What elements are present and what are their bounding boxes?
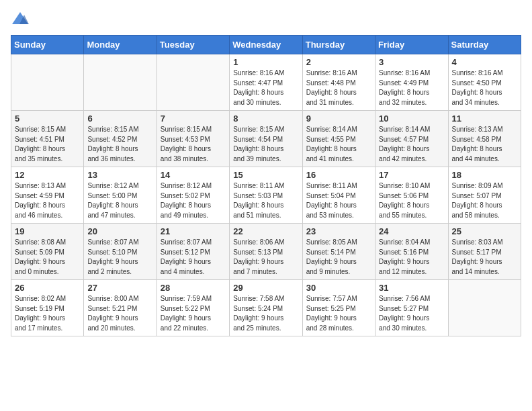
day-info: Sunrise: 8:16 AM Sunset: 4:47 PM Dayligh… <box>233 68 298 107</box>
day-info: Sunrise: 8:09 AM Sunset: 5:07 PM Dayligh… <box>452 181 517 220</box>
day-info: Sunrise: 8:04 AM Sunset: 5:16 PM Dayligh… <box>379 238 444 277</box>
day-number: 13 <box>87 170 152 180</box>
day-info: Sunrise: 8:13 AM Sunset: 4:58 PM Dayligh… <box>452 125 517 164</box>
weekday-header-tuesday: Tuesday <box>157 36 229 54</box>
day-number: 12 <box>15 170 80 180</box>
day-number: 3 <box>379 57 444 67</box>
day-info: Sunrise: 7:59 AM Sunset: 5:22 PM Dayligh… <box>161 294 226 333</box>
calendar-cell: 29Sunrise: 7:58 AM Sunset: 5:24 PM Dayli… <box>230 280 302 336</box>
logo <box>11 11 32 27</box>
calendar-cell: 19Sunrise: 8:08 AM Sunset: 5:09 PM Dayli… <box>11 224 84 280</box>
calendar-cell: 24Sunrise: 8:04 AM Sunset: 5:16 PM Dayli… <box>375 224 448 280</box>
logo-icon <box>11 11 30 27</box>
day-info: Sunrise: 8:14 AM Sunset: 4:57 PM Dayligh… <box>379 125 444 164</box>
day-info: Sunrise: 8:11 AM Sunset: 5:04 PM Dayligh… <box>306 181 371 220</box>
calendar-cell <box>11 54 84 111</box>
day-number: 7 <box>161 113 226 124</box>
day-info: Sunrise: 8:14 AM Sunset: 4:55 PM Dayligh… <box>306 125 371 164</box>
calendar-week-5: 26Sunrise: 8:02 AM Sunset: 5:19 PM Dayli… <box>11 280 521 336</box>
calendar-cell: 11Sunrise: 8:13 AM Sunset: 4:58 PM Dayli… <box>448 111 521 167</box>
weekday-header-row: SundayMondayTuesdayWednesdayThursdayFrid… <box>11 36 521 54</box>
day-info: Sunrise: 8:15 AM Sunset: 4:52 PM Dayligh… <box>87 125 152 164</box>
day-info: Sunrise: 7:57 AM Sunset: 5:25 PM Dayligh… <box>306 294 371 333</box>
day-number: 28 <box>161 283 226 293</box>
day-number: 21 <box>161 226 226 236</box>
day-number: 2 <box>306 57 371 67</box>
calendar-cell: 27Sunrise: 8:00 AM Sunset: 5:21 PM Dayli… <box>84 280 157 336</box>
day-number: 24 <box>379 226 444 236</box>
day-info: Sunrise: 8:12 AM Sunset: 5:02 PM Dayligh… <box>161 181 226 220</box>
day-number: 4 <box>452 57 517 67</box>
calendar-cell <box>448 280 521 336</box>
day-info: Sunrise: 8:15 AM Sunset: 4:53 PM Dayligh… <box>161 125 226 164</box>
day-number: 23 <box>306 226 371 236</box>
day-number: 18 <box>452 170 517 180</box>
calendar-cell: 7Sunrise: 8:15 AM Sunset: 4:53 PM Daylig… <box>157 111 229 167</box>
day-info: Sunrise: 8:12 AM Sunset: 5:00 PM Dayligh… <box>87 181 152 220</box>
day-number: 26 <box>15 283 80 293</box>
day-info: Sunrise: 8:02 AM Sunset: 5:19 PM Dayligh… <box>15 294 80 333</box>
day-info: Sunrise: 8:16 AM Sunset: 4:48 PM Dayligh… <box>306 68 371 107</box>
day-number: 31 <box>379 283 444 293</box>
day-number: 6 <box>87 113 152 124</box>
day-info: Sunrise: 8:08 AM Sunset: 5:09 PM Dayligh… <box>15 238 80 277</box>
day-info: Sunrise: 8:06 AM Sunset: 5:13 PM Dayligh… <box>233 238 298 277</box>
calendar-cell: 22Sunrise: 8:06 AM Sunset: 5:13 PM Dayli… <box>230 224 302 280</box>
calendar-cell: 4Sunrise: 8:16 AM Sunset: 4:50 PM Daylig… <box>448 54 521 111</box>
weekday-header-thursday: Thursday <box>302 36 375 54</box>
calendar-cell: 31Sunrise: 7:56 AM Sunset: 5:27 PM Dayli… <box>375 280 448 336</box>
calendar-week-2: 5Sunrise: 8:15 AM Sunset: 4:51 PM Daylig… <box>11 111 521 167</box>
calendar-cell: 30Sunrise: 7:57 AM Sunset: 5:25 PM Dayli… <box>302 280 375 336</box>
day-number: 19 <box>15 226 80 236</box>
day-info: Sunrise: 8:13 AM Sunset: 4:59 PM Dayligh… <box>15 181 80 220</box>
day-info: Sunrise: 8:16 AM Sunset: 4:49 PM Dayligh… <box>379 68 444 107</box>
day-number: 15 <box>233 170 298 180</box>
weekday-header-friday: Friday <box>375 36 448 54</box>
day-info: Sunrise: 8:15 AM Sunset: 4:51 PM Dayligh… <box>15 125 80 164</box>
calendar-week-3: 12Sunrise: 8:13 AM Sunset: 4:59 PM Dayli… <box>11 167 521 224</box>
day-number: 5 <box>15 113 80 124</box>
calendar-cell: 21Sunrise: 8:07 AM Sunset: 5:12 PM Dayli… <box>157 224 229 280</box>
day-number: 29 <box>233 283 298 293</box>
calendar-cell: 8Sunrise: 8:15 AM Sunset: 4:54 PM Daylig… <box>230 111 302 167</box>
calendar-cell: 2Sunrise: 8:16 AM Sunset: 4:48 PM Daylig… <box>302 54 375 111</box>
day-info: Sunrise: 8:00 AM Sunset: 5:21 PM Dayligh… <box>87 294 152 333</box>
day-number: 17 <box>379 170 444 180</box>
day-info: Sunrise: 8:07 AM Sunset: 5:10 PM Dayligh… <box>87 238 152 277</box>
day-info: Sunrise: 8:07 AM Sunset: 5:12 PM Dayligh… <box>161 238 226 277</box>
calendar-cell: 15Sunrise: 8:11 AM Sunset: 5:03 PM Dayli… <box>230 167 302 224</box>
day-number: 9 <box>306 113 371 124</box>
calendar-cell: 14Sunrise: 8:12 AM Sunset: 5:02 PM Dayli… <box>157 167 229 224</box>
day-number: 14 <box>161 170 226 180</box>
weekday-header-saturday: Saturday <box>448 36 521 54</box>
calendar-cell: 5Sunrise: 8:15 AM Sunset: 4:51 PM Daylig… <box>11 111 84 167</box>
calendar-cell: 13Sunrise: 8:12 AM Sunset: 5:00 PM Dayli… <box>84 167 157 224</box>
day-info: Sunrise: 8:16 AM Sunset: 4:50 PM Dayligh… <box>452 68 517 107</box>
calendar-cell: 20Sunrise: 8:07 AM Sunset: 5:10 PM Dayli… <box>84 224 157 280</box>
calendar-cell <box>157 54 229 111</box>
calendar-cell: 12Sunrise: 8:13 AM Sunset: 4:59 PM Dayli… <box>11 167 84 224</box>
calendar-cell: 17Sunrise: 8:10 AM Sunset: 5:06 PM Dayli… <box>375 167 448 224</box>
calendar-cell: 1Sunrise: 8:16 AM Sunset: 4:47 PM Daylig… <box>230 54 302 111</box>
day-info: Sunrise: 8:05 AM Sunset: 5:14 PM Dayligh… <box>306 238 371 277</box>
calendar-week-1: 1Sunrise: 8:16 AM Sunset: 4:47 PM Daylig… <box>11 54 521 111</box>
weekday-header-wednesday: Wednesday <box>230 36 302 54</box>
calendar-cell: 16Sunrise: 8:11 AM Sunset: 5:04 PM Dayli… <box>302 167 375 224</box>
calendar-cell: 25Sunrise: 8:03 AM Sunset: 5:17 PM Dayli… <box>448 224 521 280</box>
calendar-cell: 10Sunrise: 8:14 AM Sunset: 4:57 PM Dayli… <box>375 111 448 167</box>
day-info: Sunrise: 8:15 AM Sunset: 4:54 PM Dayligh… <box>233 125 298 164</box>
calendar-week-4: 19Sunrise: 8:08 AM Sunset: 5:09 PM Dayli… <box>11 224 521 280</box>
day-number: 8 <box>233 113 298 124</box>
day-number: 30 <box>306 283 371 293</box>
calendar-table: SundayMondayTuesdayWednesdayThursdayFrid… <box>11 35 521 336</box>
weekday-header-monday: Monday <box>84 36 157 54</box>
day-info: Sunrise: 8:03 AM Sunset: 5:17 PM Dayligh… <box>452 238 517 277</box>
day-info: Sunrise: 8:11 AM Sunset: 5:03 PM Dayligh… <box>233 181 298 220</box>
calendar-cell: 18Sunrise: 8:09 AM Sunset: 5:07 PM Dayli… <box>448 167 521 224</box>
calendar-cell: 26Sunrise: 8:02 AM Sunset: 5:19 PM Dayli… <box>11 280 84 336</box>
day-number: 25 <box>452 226 517 236</box>
weekday-header-sunday: Sunday <box>11 36 84 54</box>
day-info: Sunrise: 8:10 AM Sunset: 5:06 PM Dayligh… <box>379 181 444 220</box>
day-number: 16 <box>306 170 371 180</box>
day-number: 10 <box>379 113 444 124</box>
